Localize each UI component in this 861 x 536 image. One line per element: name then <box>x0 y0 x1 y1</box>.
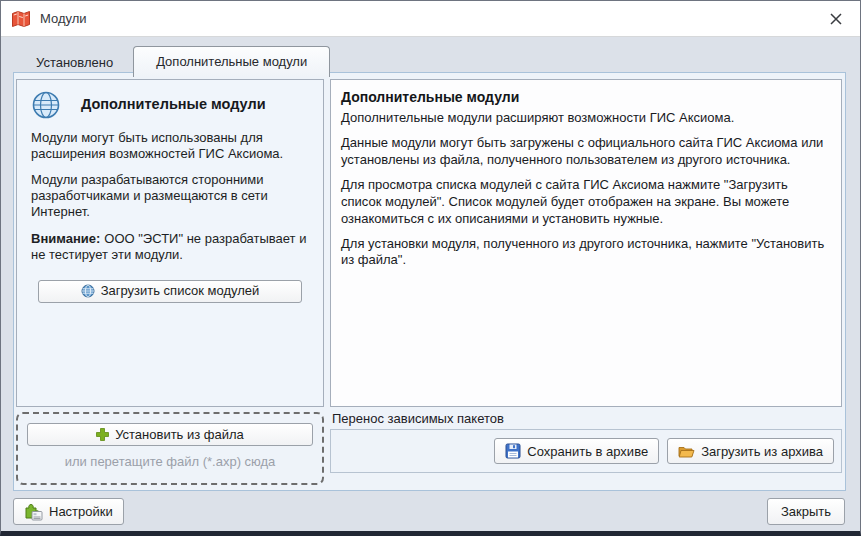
window-title: Модули <box>40 11 87 26</box>
description-paragraph: Данные модули могут быть загружены с офи… <box>341 135 831 169</box>
description-paragraph: Дополнительные модули расширяют возможно… <box>341 110 831 127</box>
settings-label: Настройки <box>49 504 113 519</box>
close-label: Закрыть <box>781 504 831 519</box>
drop-hint-text: или перетащите файл (*.axp) сюда <box>18 454 322 469</box>
tab-installed[interactable]: Установлено <box>16 50 133 77</box>
close-button[interactable]: Закрыть <box>767 498 845 525</box>
globe-icon <box>81 284 95 298</box>
plus-icon <box>96 428 109 441</box>
info-panel-heading: Дополнительные модули <box>81 96 266 114</box>
save-to-archive-label: Сохранить в архиве <box>527 444 648 459</box>
transfer-group-title: Перенос зависимых пакетов <box>332 411 504 426</box>
install-from-file-button[interactable]: Установить из файла <box>27 423 313 446</box>
open-folder-icon <box>678 444 695 459</box>
globe-icon <box>31 90 61 120</box>
floppy-disk-icon <box>505 443 521 459</box>
transfer-group-frame: Сохранить в архиве Загрузить из архива <box>330 429 842 473</box>
load-module-list-label: Загрузить список модулей <box>101 283 260 299</box>
tab-bar: Установлено Дополнительные модули <box>16 46 330 77</box>
load-from-archive-button[interactable]: Загрузить из архива <box>667 438 834 464</box>
modules-dialog: Модули Установлено Дополнительные модули <box>0 0 861 536</box>
tab-pane: Дополнительные модули Модули могут быть … <box>13 72 846 491</box>
titlebar: Модули <box>1 1 860 37</box>
map-icon <box>11 10 31 28</box>
info-warning-paragraph: Внимание:ООО "ЭСТИ" не разрабатывает и н… <box>31 231 309 263</box>
puzzle-icon <box>24 503 43 521</box>
info-paragraph: Модули разрабатываются сторонними разраб… <box>31 172 309 220</box>
info-panel: Дополнительные модули Модули могут быть … <box>16 79 324 407</box>
description-panel: Дополнительные модули Дополнительные мод… <box>330 79 842 407</box>
description-paragraph: Для просмотра списка модулей с сайта ГИС… <box>341 177 831 228</box>
save-to-archive-button[interactable]: Сохранить в архиве <box>494 438 659 464</box>
load-from-archive-label: Загрузить из архива <box>701 444 823 459</box>
install-from-file-label: Установить из файла <box>115 427 244 442</box>
info-paragraph: Модули могут быть использованы для расши… <box>31 130 309 162</box>
warning-label: Внимание: <box>31 231 100 246</box>
description-heading: Дополнительные модули <box>341 88 831 106</box>
tab-additional-modules[interactable]: Дополнительные модули <box>133 46 330 77</box>
description-paragraph: Для установки модуля, полученного из дру… <box>341 236 831 270</box>
info-panel-header: Дополнительные модули <box>29 90 311 120</box>
settings-button[interactable]: Настройки <box>13 498 124 525</box>
dialog-body: Установлено Дополнительные модули Дополн… <box>1 38 860 531</box>
file-drop-zone[interactable]: Установить из файла или перетащите файл … <box>16 412 324 485</box>
close-icon[interactable] <box>822 7 850 31</box>
load-module-list-button[interactable]: Загрузить список модулей <box>38 280 302 303</box>
